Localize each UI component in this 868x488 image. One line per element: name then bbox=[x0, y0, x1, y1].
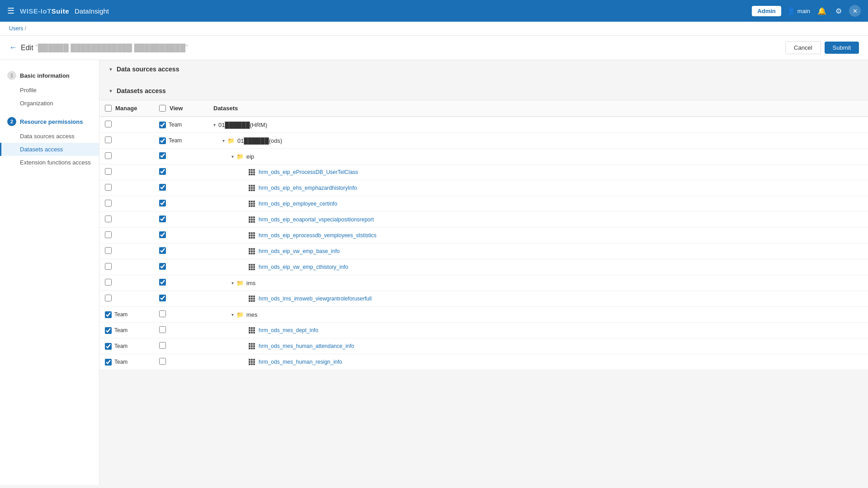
chevron-down-icon[interactable]: ▾ bbox=[231, 312, 234, 317]
gear-icon[interactable]: ⚙ bbox=[834, 5, 844, 17]
sidebar-step-1: 1 Basic information bbox=[0, 67, 99, 84]
view-all-checkbox[interactable] bbox=[159, 105, 166, 112]
sidebar-item-datasets[interactable]: Datasets access bbox=[0, 143, 99, 156]
bell-icon[interactable]: 🔔 bbox=[816, 5, 828, 17]
hamburger-icon[interactable]: ☰ bbox=[7, 6, 14, 16]
dataset-link[interactable]: hrm_ods_eip_employee_certinfo bbox=[259, 201, 337, 207]
folder-icon: 📁 bbox=[236, 311, 244, 318]
chevron-down-icon[interactable]: ▾ bbox=[231, 281, 234, 286]
view-checkbox[interactable] bbox=[159, 295, 166, 301]
manage-checkbox[interactable] bbox=[105, 295, 112, 301]
manage-checkbox[interactable] bbox=[105, 279, 112, 286]
step-1-label: Basic information bbox=[20, 72, 70, 79]
table-row: hrm_ods_eip_eProcessDB_UserTelClass bbox=[99, 164, 868, 180]
dataset-name-cell: hrm_ods_ims_imsweb_viewgrantroleforuserf… bbox=[208, 291, 868, 307]
manage-all-checkbox[interactable] bbox=[105, 105, 112, 112]
dataset-link[interactable]: hrm_ods_eip_eProcessDB_UserTelClass bbox=[259, 169, 358, 175]
dataset-link[interactable]: hrm_ods_eip_ehs_emphazardhistoryInfo bbox=[259, 185, 357, 191]
dataset-link[interactable]: hrm_ods_mes_dept_info bbox=[259, 327, 318, 333]
cancel-button[interactable]: Cancel bbox=[785, 41, 821, 54]
manage-team-label: Team bbox=[114, 359, 127, 365]
manage-checkbox[interactable] bbox=[105, 343, 112, 350]
manage-checkbox[interactable] bbox=[105, 200, 112, 206]
view-cell bbox=[154, 291, 208, 307]
table-icon bbox=[249, 343, 255, 349]
view-checkbox[interactable] bbox=[159, 184, 166, 191]
view-cell: Team bbox=[154, 117, 208, 133]
submit-button[interactable]: Submit bbox=[825, 42, 859, 54]
close-icon[interactable]: ✕ bbox=[849, 5, 861, 17]
manage-checkbox[interactable] bbox=[105, 136, 112, 143]
view-checkbox[interactable] bbox=[159, 168, 166, 175]
users-icon: 👤 bbox=[787, 7, 796, 15]
view-checkbox[interactable] bbox=[159, 263, 166, 270]
dataset-link[interactable]: hrm_ods_eip_vw_emp_base_info bbox=[259, 248, 340, 254]
dataset-name-cell: ▾📁01██████(ods) bbox=[208, 133, 868, 149]
chevron-down-icon[interactable]: ▾ bbox=[213, 122, 216, 127]
table-icon bbox=[249, 248, 255, 254]
manage-checkbox[interactable] bbox=[105, 152, 112, 159]
manage-checkbox[interactable] bbox=[105, 121, 112, 127]
sidebar-item-organization[interactable]: Organization bbox=[0, 97, 99, 110]
dataset-link[interactable]: hrm_ods_eip_eoaportal_vspecialpositionsr… bbox=[259, 216, 374, 223]
manage-cell bbox=[99, 149, 154, 164]
manage-checkbox[interactable] bbox=[105, 311, 112, 318]
table-row: ▾📁eip bbox=[99, 149, 868, 164]
view-team-label: Team bbox=[169, 137, 182, 144]
datasets-section-header[interactable]: ▼ Datasets access bbox=[99, 82, 868, 100]
manage-checkbox[interactable] bbox=[105, 327, 112, 334]
manage-checkbox[interactable] bbox=[105, 184, 112, 191]
manage-checkbox[interactable] bbox=[105, 216, 112, 222]
view-checkbox[interactable] bbox=[159, 152, 166, 159]
manage-checkbox[interactable] bbox=[105, 247, 112, 254]
manage-checkbox[interactable] bbox=[105, 168, 112, 175]
main-content: ▼ Data sources access ▼ Datasets access … bbox=[99, 60, 868, 485]
view-cell bbox=[154, 244, 208, 259]
admin-button[interactable]: Admin bbox=[752, 6, 781, 16]
app-name: DataInsight bbox=[75, 7, 109, 15]
col-header-view: View bbox=[154, 100, 208, 117]
chevron-down-icon[interactable]: ▾ bbox=[231, 154, 234, 159]
data-sources-chevron-icon: ▼ bbox=[108, 67, 113, 72]
view-checkbox[interactable] bbox=[159, 326, 166, 333]
view-checkbox[interactable] bbox=[159, 137, 166, 144]
sidebar-item-profile[interactable]: Profile bbox=[0, 84, 99, 97]
manage-cell bbox=[99, 164, 154, 180]
dataset-name-cell: hrm_ods_eip_eProcessDB_UserTelClass bbox=[208, 164, 868, 180]
breadcrumb-separator: / bbox=[25, 25, 26, 32]
view-cell: Team bbox=[154, 133, 208, 149]
dataset-link[interactable]: hrm_ods_eip_vw_emp_cthistory_info bbox=[259, 264, 348, 270]
manage-checkbox[interactable] bbox=[105, 263, 112, 270]
view-checkbox[interactable] bbox=[159, 122, 166, 128]
dataset-link[interactable]: hrm_ods_ims_imsweb_viewgrantroleforuserf… bbox=[259, 296, 372, 302]
table-icon bbox=[249, 264, 255, 270]
sidebar-item-extension[interactable]: Extension functions access bbox=[0, 156, 99, 169]
view-checkbox[interactable] bbox=[159, 216, 166, 222]
dataset-name-cell: ▾01██████(HRM) bbox=[208, 117, 868, 133]
view-cell bbox=[154, 196, 208, 212]
dataset-link[interactable]: hrm_ods_mes_human_attendance_info bbox=[259, 343, 354, 349]
sidebar-item-data-sources[interactable]: Data sources access bbox=[0, 130, 99, 143]
view-checkbox[interactable] bbox=[159, 231, 166, 238]
manage-checkbox[interactable] bbox=[105, 359, 112, 366]
view-cell bbox=[154, 149, 208, 164]
manage-cell: Team bbox=[99, 323, 154, 338]
dataset-link[interactable]: hrm_ods_eip_eprocessdb_vemployees_ststis… bbox=[259, 232, 377, 239]
dataset-link[interactable]: hrm_ods_mes_human_resign_info bbox=[259, 359, 342, 365]
view-checkbox[interactable] bbox=[159, 200, 166, 206]
chevron-down-icon[interactable]: ▾ bbox=[222, 138, 225, 143]
view-checkbox[interactable] bbox=[159, 279, 166, 286]
view-checkbox[interactable] bbox=[159, 358, 166, 365]
breadcrumb-users[interactable]: Users bbox=[9, 25, 23, 32]
back-button[interactable]: ← bbox=[9, 43, 17, 52]
table-row: Teamhrm_ods_mes_dept_info bbox=[99, 323, 868, 338]
view-checkbox[interactable] bbox=[159, 342, 166, 349]
manage-checkbox[interactable] bbox=[105, 231, 112, 238]
view-cell bbox=[154, 275, 208, 291]
table-icon bbox=[249, 185, 255, 191]
step-2-label[interactable]: Resource permissions bbox=[20, 118, 83, 125]
view-checkbox[interactable] bbox=[159, 310, 166, 317]
view-checkbox[interactable] bbox=[159, 247, 166, 254]
manage-cell bbox=[99, 228, 154, 244]
data-sources-section-header[interactable]: ▼ Data sources access bbox=[99, 60, 868, 78]
